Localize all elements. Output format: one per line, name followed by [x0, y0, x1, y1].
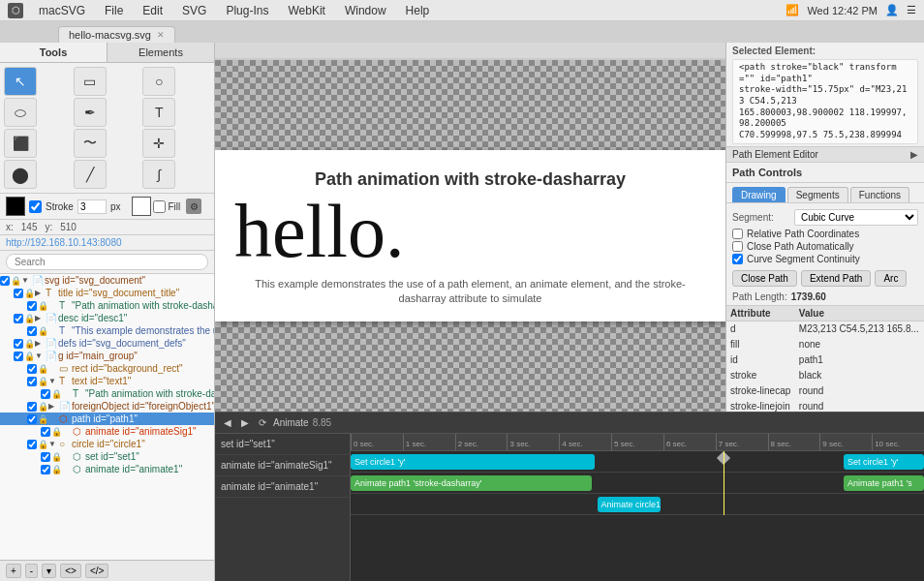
- tool-node[interactable]: ⬤: [4, 160, 37, 189]
- tree-visible-checkbox[interactable]: [27, 326, 37, 336]
- table-row[interactable]: d M23,213 C54.5,213 165.8...: [726, 321, 924, 336]
- tool-line[interactable]: ╱: [74, 160, 107, 189]
- tree-item[interactable]: 🔒 ⬡ set id="set1": [0, 450, 214, 463]
- tree-item[interactable]: 🔒 ▼ 📄 svg id="svg_document": [0, 274, 214, 287]
- tree-xml-button[interactable]: <>: [60, 564, 81, 578]
- tree-visible-checkbox[interactable]: [14, 314, 23, 323]
- timeline-block[interactable]: Animate path1 's: [844, 475, 924, 491]
- tree-lock-icon[interactable]: 🔒: [24, 314, 34, 323]
- search-input[interactable]: [6, 254, 208, 270]
- timeline-label-row[interactable]: animate id="animate1": [215, 476, 350, 498]
- tree-visible-checkbox[interactable]: [14, 352, 23, 361]
- tool-arrow[interactable]: ↖: [4, 67, 37, 96]
- tree-item[interactable]: 🔒 ⬡ path id="path1": [0, 413, 214, 425]
- tree-lock-icon[interactable]: 🔒: [51, 452, 61, 462]
- tree-item[interactable]: 🔒 ▶ 📄 desc id="desc1": [0, 312, 214, 324]
- path-tab-drawing[interactable]: Drawing: [732, 187, 785, 202]
- tree-move-button[interactable]: ▾: [42, 564, 56, 578]
- tool-curve[interactable]: ∫: [142, 160, 175, 189]
- stroke-width-input[interactable]: [77, 199, 107, 214]
- menu-file[interactable]: File: [101, 3, 127, 18]
- tool-rect[interactable]: ▭: [74, 67, 107, 96]
- file-tab[interactable]: hello-macsvg.svg ✕: [58, 26, 175, 43]
- tl-loop-button[interactable]: ⟳: [256, 416, 269, 429]
- fill-color-swatch[interactable]: [132, 197, 151, 216]
- tree-lock-icon[interactable]: 🔒: [38, 377, 47, 386]
- path-tab-segments[interactable]: Segments: [787, 187, 848, 202]
- path-element-editor-bar[interactable]: Path Element Editor ▶: [726, 147, 924, 163]
- extend-path-button[interactable]: Extend Path: [801, 270, 871, 287]
- tree-visible-checkbox[interactable]: [41, 389, 50, 399]
- tree-lock-icon[interactable]: 🔒: [11, 276, 20, 286]
- tl-play-button[interactable]: ▶: [238, 416, 252, 429]
- arc-button[interactable]: Arc: [875, 270, 907, 287]
- table-row[interactable]: id path1: [726, 352, 924, 367]
- tree-lock-icon[interactable]: 🔒: [51, 427, 61, 437]
- table-row[interactable]: stroke-linejoin round: [726, 398, 924, 412]
- menu-window[interactable]: Window: [341, 3, 390, 18]
- timeline-label-row[interactable]: animate id="animateSig1": [215, 455, 350, 476]
- menu-macsvg[interactable]: macSVG: [35, 3, 89, 18]
- tree-visible-checkbox[interactable]: [0, 276, 10, 286]
- tree-close-button[interactable]: </>: [85, 564, 108, 578]
- timeline-block[interactable]: Animate circle1 'y': [598, 497, 661, 512]
- tree-item[interactable]: 🔒 T "Path animation with stroke-das...": [0, 387, 214, 400]
- tree-item[interactable]: 🔒 T "This example demonstrates the u...": [0, 324, 214, 337]
- menu-help[interactable]: Help: [402, 3, 434, 18]
- tree-lock-icon[interactable]: 🔒: [24, 289, 34, 298]
- tree-lock-icon[interactable]: 🔒: [38, 326, 47, 336]
- timeline-indicator[interactable]: [724, 451, 724, 515]
- tree-item[interactable]: 🔒 ▶ 📄 defs id="svg_document_defs": [0, 337, 214, 350]
- curve-continuity-checkbox[interactable]: [732, 254, 743, 264]
- tree-lock-icon[interactable]: 🔒: [38, 301, 47, 311]
- timeline-block[interactable]: Set circle1 'y': [844, 454, 924, 470]
- stroke-color-swatch[interactable]: [6, 197, 25, 216]
- tree-lock-icon[interactable]: 🔒: [24, 339, 34, 349]
- tree-visible-checkbox[interactable]: [27, 440, 37, 449]
- tree-visible-checkbox[interactable]: [14, 289, 23, 298]
- timeline-block[interactable]: Set circle1 'y': [351, 454, 595, 470]
- tree-visible-checkbox[interactable]: [41, 465, 50, 474]
- table-row[interactable]: stroke black: [726, 367, 924, 382]
- tree-visible-checkbox[interactable]: [41, 452, 50, 462]
- tl-rewind-button[interactable]: ◀: [221, 416, 234, 429]
- tree-item[interactable]: 🔒 ▭ rect id="background_rect": [0, 362, 214, 375]
- close-path-checkbox[interactable]: [732, 241, 743, 252]
- tree-visible-checkbox[interactable]: [27, 402, 37, 412]
- menu-edit[interactable]: Edit: [139, 3, 167, 18]
- timeline-label-row[interactable]: set id="set1": [215, 434, 350, 455]
- tree-visible-checkbox[interactable]: [27, 377, 37, 386]
- tree-item[interactable]: 🔒 ⬡ animate id="animate1": [0, 463, 214, 475]
- tree-item[interactable]: 🔒 ▼ ○ circle id="circle1": [0, 438, 214, 450]
- timeline-block[interactable]: Animate path1 'stroke-dasharray': [351, 475, 592, 491]
- tree-visible-checkbox[interactable]: [27, 364, 37, 374]
- tool-wave[interactable]: 〜: [74, 129, 107, 158]
- tree-lock-icon[interactable]: 🔒: [38, 402, 47, 412]
- tree-item[interactable]: 🔒 ▼ 📄 g id="main_group": [0, 350, 214, 362]
- relative-path-checkbox[interactable]: [732, 229, 743, 239]
- tab-close-icon[interactable]: ✕: [157, 30, 165, 40]
- stroke-checkbox[interactable]: [29, 200, 42, 213]
- url-row[interactable]: http://192.168.10.143:8080: [0, 235, 214, 251]
- tool-ellipse[interactable]: ⬭: [4, 98, 37, 127]
- menu-webkit[interactable]: WebKit: [284, 3, 328, 18]
- fill-checkbox[interactable]: [153, 200, 166, 213]
- tool-crosshair[interactable]: ✛: [142, 129, 175, 158]
- table-row[interactable]: stroke-linecap round: [726, 382, 924, 398]
- menu-svg[interactable]: SVG: [178, 3, 210, 18]
- gear-icon[interactable]: ⚙: [186, 199, 201, 214]
- menu-plugins[interactable]: Plug-Ins: [222, 3, 272, 18]
- tree-item[interactable]: 🔒 ▶ 📄 foreignObject id="foreignObject1": [0, 400, 214, 413]
- tree-remove-button[interactable]: -: [25, 564, 38, 578]
- tool-text[interactable]: T: [142, 98, 175, 127]
- tree-visible-checkbox[interactable]: [27, 414, 37, 424]
- tab-tools[interactable]: Tools: [0, 43, 108, 62]
- tree-lock-icon[interactable]: 🔒: [38, 414, 47, 424]
- path-tab-functions[interactable]: Functions: [850, 187, 909, 202]
- tree-add-button[interactable]: +: [6, 564, 21, 578]
- tree-item[interactable]: 🔒 ▼ T text id="text1": [0, 375, 214, 387]
- tool-circle[interactable]: ○: [142, 67, 175, 96]
- tree-visible-checkbox[interactable]: [14, 339, 23, 349]
- tree-lock-icon[interactable]: 🔒: [38, 364, 47, 374]
- close-path-button[interactable]: Close Path: [732, 270, 797, 287]
